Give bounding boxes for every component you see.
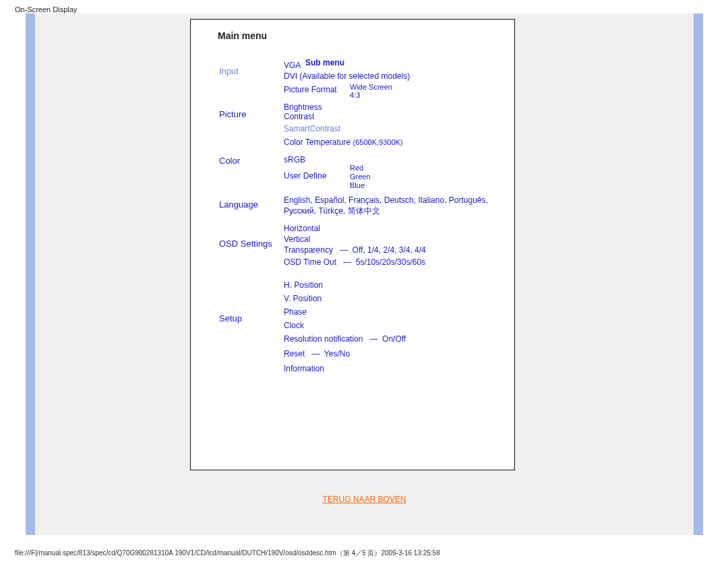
- sub-transparency: Transparency — Off, 1/4, 2/4, 3/4, 4/4: [284, 245, 426, 255]
- sub-userdef: User Define: [284, 170, 326, 181]
- content-frame: Main menu Sub menu Input Picture Color L…: [26, 13, 703, 535]
- content-area: Main menu Sub menu Input Picture Color L…: [35, 13, 694, 535]
- sub-horizontal: Horizontal: [284, 223, 320, 234]
- sub-reset: Reset — Yes/No: [284, 348, 350, 359]
- main-item-input: Input: [219, 67, 239, 76]
- sub-information: Information: [284, 363, 324, 374]
- sub-contrast: Contrast: [284, 111, 314, 122]
- main-item-osd: OSD Settings: [219, 239, 272, 249]
- label-timeout: OSD Time Out: [284, 257, 336, 267]
- vals-timeout: 5s/10s/20s/30s/60s: [356, 257, 425, 267]
- sub-colortemp: Color Temperature (6500K,9300K): [284, 137, 403, 148]
- osd-menu-diagram: Main menu Sub menu Input Picture Color L…: [190, 19, 515, 470]
- header-sub-menu: Sub menu: [305, 57, 528, 68]
- sub-ratio: 4:3: [350, 90, 360, 100]
- sub-clock: Clock: [284, 320, 304, 331]
- sub-phase: Phase: [284, 307, 307, 317]
- sub-timeout: OSD Time Out — 5s/10s/20s/30s/60s: [284, 257, 425, 268]
- label-transparency: Transparency: [284, 245, 333, 255]
- sub-vposition: V. Position: [284, 293, 322, 304]
- sub-picture-format: Picture Format: [284, 84, 337, 95]
- sub-smartcontrast: SamartContrast: [284, 123, 340, 134]
- vals-reset: Yes/No: [324, 349, 350, 358]
- main-item-color: Color: [219, 156, 240, 166]
- sub-languages: English, Español, Français, Deutsch, Ita…: [284, 195, 499, 216]
- label-colortemp: Color Temperature: [284, 137, 351, 147]
- sub-srgb: sRGB: [284, 154, 305, 165]
- header-main-menu: Main menu: [218, 30, 267, 41]
- footer-path: file:///F|/manual spec/813/spec/cd/Q70G9…: [15, 549, 440, 558]
- page-title: On-Screen Display: [15, 5, 77, 13]
- sub-dvi: DVI (Available for selected models): [284, 71, 410, 82]
- main-item-picture: Picture: [219, 110, 246, 119]
- sub-blue: Blue: [350, 180, 365, 191]
- left-border: [26, 13, 35, 535]
- sub-vga: VGA: [284, 60, 301, 71]
- back-to-top-link[interactable]: TERUG NAAR BOVEN: [35, 495, 694, 504]
- main-item-setup: Setup: [219, 314, 242, 323]
- vals-colortemp: (6500K,9300K): [353, 138, 403, 146]
- label-resnotif: Resolution notification: [284, 334, 363, 344]
- sub-vertical: Vertical: [284, 234, 310, 245]
- vals-transparency: Off, 1/4, 2/4, 3/4, 4/4: [353, 245, 426, 255]
- right-border: [694, 13, 703, 535]
- label-picture-format: Picture Format: [284, 85, 337, 94]
- main-item-language: Language: [219, 200, 258, 210]
- sub-resnotif: Resolution notification — On/Off: [284, 334, 406, 344]
- label-reset: Reset: [284, 349, 305, 358]
- vals-resnotif: On/Off: [382, 334, 406, 344]
- sub-hposition: H. Position: [284, 280, 323, 290]
